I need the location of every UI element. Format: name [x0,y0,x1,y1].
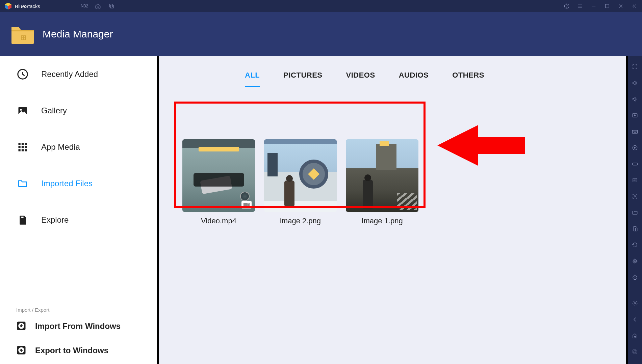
tab-others[interactable]: OTHERS [452,71,484,87]
sidebar-item-label: Explore [41,215,69,225]
svg-rect-27 [22,217,23,218]
sidebar: Recently Added Gallery App Media Importe… [0,56,157,364]
collapse-icon[interactable] [631,2,638,10]
svg-rect-28 [24,217,25,218]
file-item[interactable]: Video.mp4 [182,139,255,225]
sd-card-icon [16,214,29,226]
titlebar: BlueStacks N32 [0,0,642,12]
svg-rect-22 [25,146,27,148]
timer-icon[interactable] [631,273,639,281]
file-item[interactable]: image 2.png [264,139,337,225]
file-name: Image 1.png [346,217,418,225]
svg-point-45 [634,303,636,304]
menu-icon[interactable] [576,2,584,10]
svg-rect-10 [22,36,23,37]
file-thumbnail [182,139,255,212]
sidebar-group-label: Import / Export [0,301,157,315]
left-border [157,56,159,364]
tab-videos[interactable]: VIDEOS [346,71,375,87]
file-thumbnail [346,139,418,212]
fullscreen-icon[interactable] [631,63,639,71]
folder-open-icon[interactable] [631,208,639,217]
svg-rect-20 [19,146,21,148]
sidebar-action-label: Import From Windows [35,321,121,331]
sidebar-item-app-media[interactable]: App Media [0,129,157,165]
location-icon[interactable] [631,257,639,265]
import-from-windows-button[interactable]: Import From Windows [0,315,157,340]
svg-rect-23 [19,149,21,151]
back-icon[interactable] [631,315,639,324]
sidebar-item-gallery[interactable]: Gallery [0,92,157,129]
svg-rect-13 [24,38,25,39]
sidebar-item-imported-files[interactable]: Imported Files [0,165,157,202]
minimize-icon[interactable] [590,2,597,10]
image-icon [16,105,29,116]
volume-down-icon[interactable] [631,95,639,103]
home-icon[interactable] [94,2,102,10]
file-name: Video.mp4 [182,217,255,225]
volume-up-icon[interactable] [631,79,639,87]
filter-tabs: ALL PICTURES VIDEOS AUDIOS OTHERS [157,56,628,87]
record-icon[interactable] [631,144,639,152]
svg-rect-47 [634,351,637,354]
main: Recently Added Gallery App Media Importe… [0,56,642,364]
video-play-icon[interactable] [631,111,639,119]
apk-icon[interactable]: APK [631,176,639,184]
svg-point-43 [635,261,636,262]
right-border [626,56,628,364]
video-badge-icon [241,201,252,208]
svg-rect-33 [243,203,248,207]
svg-point-16 [20,109,22,111]
svg-rect-35 [633,130,638,133]
svg-point-42 [633,259,637,263]
folder-icon [16,178,29,189]
close-icon[interactable] [617,2,624,10]
content-area: ALL PICTURES VIDEOS AUDIOS OTHERS Video.… [157,56,628,364]
sidebar-item-label: Gallery [41,106,67,115]
svg-rect-21 [22,146,24,148]
svg-rect-19 [25,143,27,145]
version-badge: N32 [81,4,88,8]
file-item[interactable]: Image 1.png [346,139,418,225]
home-nav-icon[interactable] [631,332,639,340]
svg-rect-17 [19,143,21,145]
maximize-icon[interactable] [604,2,611,10]
svg-rect-18 [22,143,24,145]
sidebar-item-label: App Media [41,142,80,152]
export-to-windows-button[interactable]: Export to Windows [0,340,157,364]
tab-pictures[interactable]: PICTURES [283,71,322,87]
grid-icon [16,141,29,153]
settings-icon[interactable] [631,299,639,307]
svg-rect-4 [109,4,112,7]
svg-point-39 [634,196,636,197]
tab-all[interactable]: ALL [245,71,260,87]
import-icon [16,321,27,332]
app-header: Media Manager [0,12,642,56]
sidebar-action-label: Export to Windows [35,346,108,355]
svg-rect-26 [21,217,22,218]
sidebar-item-label: Imported Files [41,179,93,188]
tab-audios[interactable]: AUDIOS [399,71,429,87]
files-grid: Video.mp4 image 2.png Image 1.png [157,87,628,225]
game-controller-icon[interactable] [631,160,639,168]
keyboard-icon[interactable] [631,128,639,136]
device-icon[interactable] [631,225,639,233]
page-title: Media Manager [43,28,113,40]
svg-point-7 [567,7,567,7]
file-name: image 2.png [264,217,337,225]
svg-text:APK: APK [633,179,636,181]
sidebar-item-explore[interactable]: Explore [0,202,157,238]
recents-nav-icon[interactable] [631,348,639,356]
clock-icon [16,68,29,80]
recents-icon[interactable] [108,2,115,10]
bluestacks-logo-icon [4,2,12,10]
rotate-icon[interactable] [631,241,639,249]
sidebar-item-recently-added[interactable]: Recently Added [0,56,157,92]
file-thumbnail [264,139,337,212]
side-toolbar: APK [628,56,642,364]
svg-rect-12 [22,38,23,39]
screenshot-icon[interactable] [631,192,639,200]
svg-rect-11 [24,36,25,37]
help-icon[interactable] [563,2,570,10]
svg-rect-5 [110,5,113,8]
